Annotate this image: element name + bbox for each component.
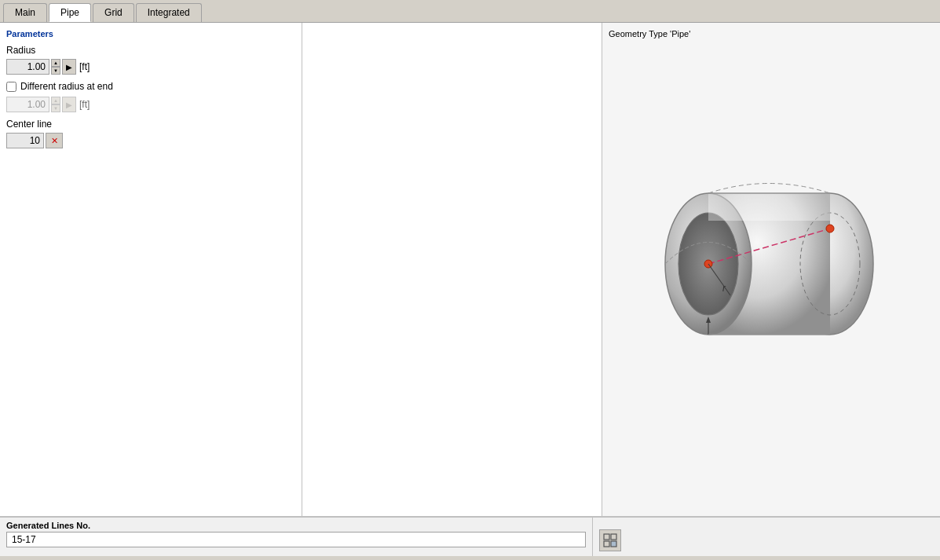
- center-line-cursor-btn[interactable]: ✕: [46, 133, 63, 148]
- svg-rect-15: [604, 534, 609, 540]
- svg-point-8: [826, 225, 834, 232]
- export-button[interactable]: [599, 529, 621, 551]
- svg-rect-16: [611, 534, 616, 540]
- tab-integrated[interactable]: Integrated: [136, 3, 202, 22]
- diff-radius-unit: [ft]: [79, 99, 90, 110]
- export-icon: [603, 533, 617, 547]
- radius-spinner: ▲ ▼: [51, 59, 60, 75]
- parameters-title: Parameters: [6, 29, 295, 38]
- diff-radius-row: Different radius at end: [6, 81, 295, 92]
- radius-label: Radius: [6, 45, 295, 56]
- center-line-label: Center line: [6, 119, 295, 130]
- bottom-bar: Generated Lines No. 15-17: [0, 517, 940, 556]
- diagram-area: r: [609, 45, 934, 507]
- center-line-input[interactable]: [6, 133, 44, 148]
- tab-bar: Main Pipe Grid Integrated: [0, 0, 940, 23]
- center-line-input-row: ✕: [6, 133, 295, 148]
- tab-grid[interactable]: Grid: [93, 3, 134, 22]
- radius-input[interactable]: [6, 59, 49, 75]
- svg-rect-5: [708, 193, 830, 221]
- gen-lines-value: 15-17: [6, 532, 586, 547]
- diff-radius-arrow-btn[interactable]: ▶: [62, 97, 76, 112]
- tab-pipe[interactable]: Pipe: [49, 3, 91, 22]
- diff-radius-checkbox[interactable]: [6, 82, 16, 92]
- diff-radius-input-row: ▲ ▼ ▶ [ft]: [6, 97, 295, 112]
- radius-input-row: ▲ ▼ ▶ [ft]: [6, 59, 295, 75]
- radius-spin-up[interactable]: ▲: [51, 59, 60, 67]
- diagram-title: Geometry Type 'Pipe': [609, 29, 934, 38]
- radius-unit: [ft]: [79, 61, 90, 72]
- diff-radius-spinner: ▲ ▼: [51, 97, 60, 112]
- gen-lines-label: Generated Lines No.: [6, 521, 586, 530]
- left-panel: Parameters Radius ▲ ▼ ▶ [ft] Different r…: [0, 23, 302, 517]
- diff-radius-input[interactable]: [6, 97, 49, 112]
- svg-rect-17: [604, 541, 609, 547]
- diff-radius-spin-down[interactable]: ▼: [51, 104, 60, 112]
- svg-rect-18: [611, 541, 616, 547]
- pipe-diagram: r: [622, 119, 920, 433]
- bottom-left: Generated Lines No. 15-17: [0, 518, 593, 556]
- main-content: Parameters Radius ▲ ▼ ▶ [ft] Different r…: [0, 23, 940, 517]
- right-panel: Geometry Type 'Pipe': [602, 23, 940, 517]
- middle-panel: [302, 23, 602, 517]
- radius-spin-down[interactable]: ▼: [51, 67, 60, 75]
- bottom-right: [593, 518, 940, 556]
- radius-arrow-btn[interactable]: ▶: [62, 59, 76, 75]
- diff-radius-spin-up[interactable]: ▲: [51, 97, 60, 104]
- tab-main[interactable]: Main: [3, 3, 47, 22]
- diff-radius-label: Different radius at end: [20, 81, 113, 92]
